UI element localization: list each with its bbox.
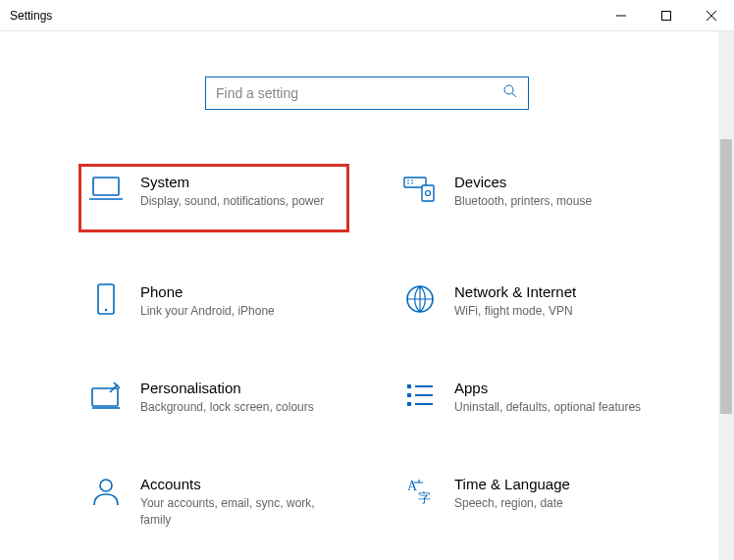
search-input[interactable]: [216, 85, 502, 101]
scrollbar-track[interactable]: [718, 31, 734, 560]
categories-grid: System Display, sound, notifications, po…: [78, 167, 656, 535]
devices-icon: [403, 173, 437, 206]
category-system[interactable]: System Display, sound, notifications, po…: [79, 164, 349, 232]
category-devices[interactable]: Devices Bluetooth, printers, mouse: [395, 167, 660, 229]
category-desc: Speech, region, date: [454, 495, 653, 512]
titlebar: Settings: [0, 0, 734, 31]
search-icon: [502, 83, 518, 103]
svg-point-1: [504, 85, 513, 94]
maximize-icon: [661, 11, 671, 21]
minimize-icon: [616, 11, 626, 21]
svg-point-7: [105, 309, 107, 311]
category-desc: Your accounts, email, sync, work, family: [140, 495, 339, 529]
paint-icon: [89, 379, 123, 412]
svg-rect-9: [92, 388, 118, 406]
svg-rect-11: [407, 393, 411, 397]
category-title: Apps: [454, 379, 653, 398]
category-apps[interactable]: Apps Uninstall, defaults, optional featu…: [395, 373, 660, 422]
category-title: Network & Internet: [454, 282, 653, 302]
category-title: Time & Language: [454, 475, 653, 494]
window-title: Settings: [10, 9, 52, 23]
close-button[interactable]: [689, 0, 734, 31]
svg-rect-0: [662, 12, 671, 21]
category-text: Accounts Your accounts, email, sync, wor…: [140, 475, 339, 529]
category-desc: Link your Android, iPhone: [140, 303, 339, 320]
category-text: Personalisation Background, lock screen,…: [140, 379, 339, 416]
category-desc: Background, lock screen, colours: [140, 399, 339, 416]
category-title: Accounts: [140, 475, 339, 494]
category-text: System Display, sound, notifications, po…: [140, 173, 339, 210]
close-icon: [707, 11, 716, 21]
category-desc: Bluetooth, printers, mouse: [454, 193, 653, 210]
search-box[interactable]: [205, 76, 529, 110]
laptop-icon: [89, 173, 123, 206]
svg-rect-2: [93, 178, 119, 195]
category-text: Network & Internet WiFi, flight mode, VP…: [454, 282, 653, 320]
category-text: Phone Link your Android, iPhone: [140, 282, 339, 320]
category-network[interactable]: Network & Internet WiFi, flight mode, VP…: [395, 277, 660, 326]
category-text: Devices Bluetooth, printers, mouse: [454, 173, 653, 210]
category-accounts[interactable]: Accounts Your accounts, email, sync, wor…: [81, 469, 346, 535]
person-icon: [89, 475, 123, 508]
category-title: System: [140, 173, 339, 192]
svg-text:A: A: [407, 479, 418, 493]
category-text: Time & Language Speech, region, date: [454, 475, 653, 512]
minimize-button[interactable]: [599, 0, 644, 31]
category-desc: Uninstall, defaults, optional features: [454, 399, 653, 416]
svg-rect-4: [422, 185, 434, 201]
apps-list-icon: [403, 379, 437, 412]
category-text: Apps Uninstall, defaults, optional featu…: [454, 379, 653, 416]
phone-icon: [89, 282, 123, 316]
category-title: Phone: [140, 282, 339, 302]
svg-text:字: 字: [418, 490, 431, 505]
category-personalisation[interactable]: Personalisation Background, lock screen,…: [81, 373, 346, 422]
settings-home: System Display, sound, notifications, po…: [0, 31, 734, 535]
category-desc: Display, sound, notifications, power: [140, 193, 339, 210]
svg-rect-12: [407, 402, 411, 406]
svg-point-13: [100, 480, 112, 491]
time-language-icon: A字: [403, 475, 437, 508]
window-controls: [599, 0, 734, 30]
scrollbar-thumb[interactable]: [720, 139, 732, 414]
category-phone[interactable]: Phone Link your Android, iPhone: [81, 277, 346, 326]
globe-icon: [403, 282, 437, 316]
category-desc: WiFi, flight mode, VPN: [454, 303, 653, 320]
maximize-button[interactable]: [644, 0, 689, 31]
category-title: Personalisation: [140, 379, 339, 398]
svg-rect-10: [407, 384, 411, 388]
category-time-language[interactable]: A字 Time & Language Speech, region, date: [395, 469, 660, 535]
search-wrap: [0, 76, 734, 110]
category-title: Devices: [454, 173, 653, 192]
